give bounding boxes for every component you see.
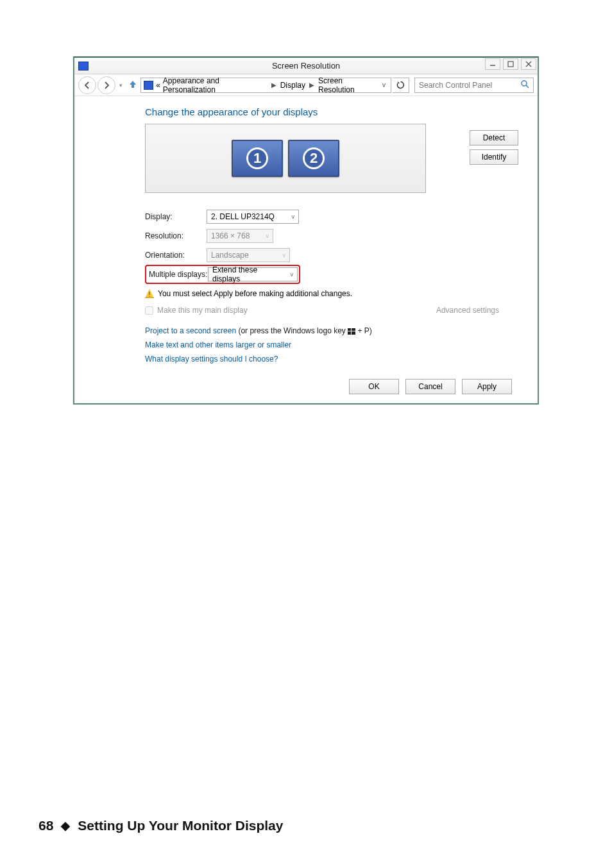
breadcrumb-separator-icon: ▶ xyxy=(270,81,278,88)
monitor-2[interactable]: 2 xyxy=(288,140,339,177)
window-title: Screen Resolution xyxy=(74,61,538,71)
svg-point-4 xyxy=(522,81,527,86)
resolution-label: Resolution: xyxy=(145,231,207,240)
windows-logo-icon xyxy=(348,328,355,335)
breadcrumb-item[interactable]: Display xyxy=(280,81,305,90)
resolution-dropdown[interactable]: 1366 × 768 v xyxy=(207,229,273,243)
orientation-value: Landscape xyxy=(211,251,249,260)
address-dropdown-icon[interactable]: v xyxy=(380,81,388,88)
maximize-icon xyxy=(507,61,514,67)
page-heading: Change the appearance of your displays xyxy=(145,106,538,117)
back-button[interactable] xyxy=(78,76,96,94)
breadcrumb-separator-icon: ▶ xyxy=(308,81,316,88)
main-display-checkbox xyxy=(145,306,153,315)
arrow-right-icon xyxy=(103,81,110,89)
search-placeholder: Search Control Panel xyxy=(419,81,492,90)
search-input[interactable]: Search Control Panel xyxy=(414,78,534,93)
address-bar[interactable]: « Appearance and Personalization ▶ Displ… xyxy=(140,78,391,93)
project-second-screen-link[interactable]: Project to a second screen xyxy=(145,326,236,335)
navigation-bar: ▾ « Appearance and Personalization ▶ Dis… xyxy=(74,74,538,96)
multiple-displays-dropdown[interactable]: Extend these displays v xyxy=(208,267,298,281)
refresh-button[interactable] xyxy=(393,78,409,93)
resolution-value: 1366 × 768 xyxy=(211,231,250,240)
monitor-1[interactable]: 1 xyxy=(232,140,283,177)
cancel-button[interactable]: Cancel xyxy=(405,379,455,394)
svg-rect-8 xyxy=(348,331,351,335)
screen-resolution-window: Screen Resolution ▾ xyxy=(73,56,539,405)
search-icon xyxy=(521,80,529,90)
page-footer: 68 ◆ Setting Up Your Monitor Display xyxy=(38,818,283,833)
orientation-dropdown[interactable]: Landscape v xyxy=(207,248,290,262)
content-area: Change the appearance of your displays 1… xyxy=(74,96,538,403)
display-help-link[interactable]: What display settings should I choose? xyxy=(145,355,278,363)
chevron-down-icon: v xyxy=(292,213,295,220)
warning-text: You must select Apply before making addi… xyxy=(158,289,352,298)
svg-rect-6 xyxy=(348,328,351,331)
text-size-link[interactable]: Make text and other items larger or smal… xyxy=(145,340,291,349)
minimize-button[interactable] xyxy=(485,58,500,70)
warning-icon: ! xyxy=(145,289,154,298)
close-button[interactable] xyxy=(521,58,536,70)
multiple-displays-label: Multiple displays: xyxy=(149,270,208,279)
chevron-down-icon: v xyxy=(266,233,269,239)
breadcrumb-item[interactable]: Appearance and Personalization xyxy=(163,76,268,94)
display-label: Display: xyxy=(145,212,207,221)
main-display-label: Make this my main display xyxy=(157,306,248,315)
section-title: Setting Up Your Monitor Display xyxy=(78,818,283,833)
recent-pages-dropdown[interactable]: ▾ xyxy=(117,82,125,88)
page-number: 68 xyxy=(38,818,53,833)
titlebar: Screen Resolution xyxy=(74,58,538,74)
maximize-button[interactable] xyxy=(503,58,518,70)
window-controls xyxy=(485,58,536,70)
arrow-up-icon xyxy=(129,79,137,88)
chevron-down-icon: v xyxy=(291,271,294,278)
warning-message: ! You must select Apply before making ad… xyxy=(145,289,538,298)
control-panel-icon xyxy=(144,81,153,90)
refresh-icon xyxy=(396,81,405,89)
arrow-left-icon xyxy=(83,81,91,89)
monitor-number: 1 xyxy=(246,147,268,169)
detect-button[interactable]: Detect xyxy=(470,130,518,146)
svg-rect-1 xyxy=(508,62,513,67)
advanced-settings-link[interactable]: Advanced settings xyxy=(436,306,499,315)
breadcrumb-item[interactable]: Screen Resolution xyxy=(318,76,377,94)
forward-button[interactable] xyxy=(98,76,115,94)
display-dropdown[interactable]: 2. DELL UP3214Q v xyxy=(207,210,299,224)
display-arrangement-preview[interactable]: 1 2 xyxy=(145,124,426,193)
project-suffix: (or press the Windows logo key xyxy=(236,326,348,335)
up-button[interactable] xyxy=(126,79,139,90)
ok-button[interactable]: OK xyxy=(349,379,399,394)
svg-line-5 xyxy=(526,85,529,88)
chevron-down-icon: v xyxy=(283,252,286,258)
minimize-icon xyxy=(489,61,496,67)
orientation-label: Orientation: xyxy=(145,251,207,260)
multiple-displays-value: Extend these displays xyxy=(212,265,284,283)
identify-button[interactable]: Identify xyxy=(470,149,518,165)
monitor-number: 2 xyxy=(303,147,325,169)
multiple-displays-highlight: Multiple displays: Extend these displays… xyxy=(145,265,300,284)
close-icon xyxy=(525,61,532,67)
diamond-separator-icon: ◆ xyxy=(61,819,70,833)
project-suffix-b: + P) xyxy=(355,326,372,335)
apply-button[interactable]: Apply xyxy=(462,379,512,394)
breadcrumb-prefix: « xyxy=(156,81,160,90)
display-value: 2. DELL UP3214Q xyxy=(211,212,275,221)
